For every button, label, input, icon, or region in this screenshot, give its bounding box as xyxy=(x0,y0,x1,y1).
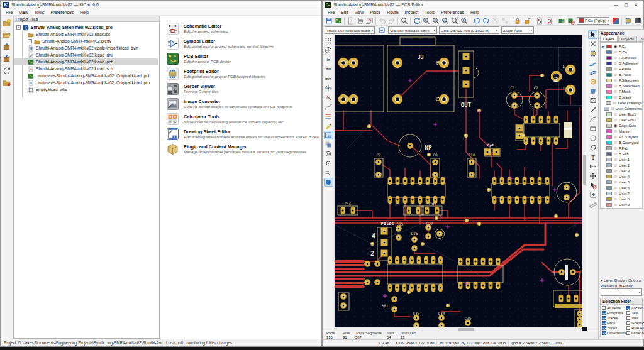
checkbox[interactable] xyxy=(602,331,606,335)
layer-row-b-adhesive[interactable]: ⊘B.Adhesive xyxy=(601,60,642,66)
layer-row-edge-cuts[interactable]: ◉Edge.Cuts xyxy=(601,123,642,128)
tree-item[interactable]: _autosave-Shruthi-Analog-SMR4-mkII-v02_O… xyxy=(14,72,158,79)
filter-other-items[interactable]: Other items xyxy=(626,331,644,335)
layer-row-user-6[interactable]: ⊘User.6 xyxy=(601,185,642,190)
layer-visibility-icon[interactable]: ⊘ xyxy=(613,146,618,150)
select-tool-icon[interactable] xyxy=(588,30,597,39)
checkbox[interactable] xyxy=(626,316,630,320)
layer-row-user-eco2[interactable]: ⊘User.Eco2 xyxy=(601,117,642,123)
layer-color-swatch[interactable] xyxy=(606,124,612,128)
checkbox[interactable] xyxy=(626,306,630,310)
menu-view[interactable]: View xyxy=(352,10,367,14)
tree-item[interactable]: +Shruthi-Analog-SMR4-mkII-v02.pretty xyxy=(14,38,158,45)
draw-circle-icon[interactable] xyxy=(588,134,597,143)
highlight-nets-icon[interactable] xyxy=(324,121,333,130)
checkbox[interactable] xyxy=(602,311,606,315)
layer-row-f-paste[interactable]: ⊘F.Paste xyxy=(601,66,642,72)
layer-row-f-courtyard[interactable]: ⊘F.Courtyard xyxy=(601,134,642,139)
unarchive-project-icon[interactable] xyxy=(2,53,12,63)
launch-footprint-editor[interactable]: Footprint EditorEdit global and/or proje… xyxy=(167,66,319,81)
zoom-selector[interactable]: Zoom Auto ▾ xyxy=(501,26,534,34)
layer-visibility-icon[interactable]: ⊘ xyxy=(613,192,618,195)
layer-row-f-cu[interactable]: ▶◉F.Cu xyxy=(601,43,642,49)
layer-row-b-paste[interactable]: ⊘B.Paste xyxy=(601,72,642,77)
inspect-drc-icon[interactable] xyxy=(544,16,553,25)
units-mm-icon[interactable]: mm xyxy=(324,74,333,83)
presets-selector[interactable]: ————— ▾ xyxy=(601,288,642,296)
track-width-selector[interactable]: Track: use netclass width ▾ xyxy=(325,26,375,34)
layer-color-swatch[interactable] xyxy=(606,96,612,99)
zoom-in-icon[interactable] xyxy=(421,16,431,25)
place-via-icon[interactable] xyxy=(588,77,597,86)
layer-color-swatch[interactable] xyxy=(606,180,612,184)
checkbox[interactable] xyxy=(626,321,630,325)
layer-row-user-1[interactable]: ⊘User.1 xyxy=(601,156,642,162)
layer-color-swatch[interactable] xyxy=(606,129,612,133)
layer-visibility-icon[interactable]: ⊘ xyxy=(613,96,618,99)
appearance-tab-objects[interactable]: Objects xyxy=(618,36,637,41)
open-project-icon[interactable] xyxy=(2,30,12,40)
layer-row-f-fab[interactable]: ⊘F.Fab xyxy=(601,145,642,151)
layer-color-swatch[interactable] xyxy=(606,118,612,122)
ungroup-icon[interactable] xyxy=(500,16,509,25)
units-inches-icon[interactable]: in xyxy=(324,55,333,64)
layer-row-b-cu[interactable]: ⊘B.Cu xyxy=(601,49,642,55)
menu-help[interactable]: Help xyxy=(77,10,92,14)
new-project-icon[interactable] xyxy=(2,18,12,28)
layer-color-swatch[interactable] xyxy=(606,146,612,150)
launch-image-converter[interactable]: Image ConverterConvert bitmap images to … xyxy=(167,96,319,111)
tree-item[interactable]: −KShruthi-Analog-SMR4-mkII-v02.kicad_pro xyxy=(14,24,158,31)
unlock-icon[interactable] xyxy=(522,16,531,25)
hide-ratsnest-icon[interactable] xyxy=(324,93,333,102)
launch-symbol-editor[interactable]: Symbol EditorEdit global and/or project … xyxy=(167,36,319,51)
filter-pads[interactable]: Pads xyxy=(602,321,626,325)
footprint-editor-launch-icon[interactable] xyxy=(623,16,633,25)
menu-route[interactable]: Route xyxy=(384,10,401,14)
layer-row-user-2[interactable]: ⊘User.2 xyxy=(601,162,642,168)
layer-color-swatch[interactable] xyxy=(606,62,612,65)
layer-color-swatch[interactable] xyxy=(606,56,612,60)
draw-line-icon[interactable] xyxy=(588,106,597,114)
grid-selector[interactable]: Grid: 2.5400 mm (0.1000 in) ▾ xyxy=(439,26,499,34)
layer-visibility-icon[interactable]: ⊘ xyxy=(613,62,618,65)
launch-calculator-tools[interactable]: Calculator ToolsShow tools for calculati… xyxy=(167,111,319,126)
project-files-tree[interactable]: −KShruthi-Analog-SMR4-mkII-v02.kicad_pro… xyxy=(13,22,160,339)
drawing-sheet-view-icon[interactable] xyxy=(324,131,333,139)
layer-row-user-7[interactable]: ⊘User.7 xyxy=(601,190,642,196)
layer-row-user-3[interactable]: ⊘User.3 xyxy=(601,168,642,173)
layer-color-swatch[interactable] xyxy=(606,158,612,161)
filter-footprints[interactable]: Footprints xyxy=(602,311,626,315)
local-ratsnest-icon[interactable] xyxy=(588,40,597,48)
layer-visibility-icon[interactable]: ◉ xyxy=(613,124,618,128)
menu-preferences[interactable]: Preferences xyxy=(47,10,77,14)
layer-row-user-4[interactable]: ⊘User.4 xyxy=(601,173,642,179)
filter-rule-areas[interactable]: Rule Areas xyxy=(626,326,644,330)
layer-row-f-silkscreen[interactable]: ⊘F.Silkscreen xyxy=(601,77,642,83)
via-size-selector[interactable]: Via: use netclass sizes ▾ xyxy=(388,26,437,34)
layer-visibility-icon[interactable]: ⊘ xyxy=(613,135,618,139)
layer-color-swatch[interactable] xyxy=(606,135,612,139)
layer-row-user-8[interactable]: ⊘User.8 xyxy=(601,196,642,202)
tree-item[interactable]: Shruthi-Analog-SMR4-mkII-v02.kicad_pcb xyxy=(14,58,158,65)
hide-layers-manager-icon[interactable] xyxy=(633,16,642,25)
menu-file[interactable]: File xyxy=(3,10,16,14)
minimize-button[interactable]: — xyxy=(611,1,621,9)
layer-color-swatch[interactable] xyxy=(606,45,612,48)
layer-visibility-icon[interactable]: ◉ xyxy=(613,45,618,48)
redo-icon[interactable] xyxy=(387,16,396,25)
filter-dimensions[interactable]: Dimensions xyxy=(602,331,626,335)
filter-zones[interactable]: Zones xyxy=(602,326,626,330)
tree-item[interactable]: Shruthi-Analog-SMR4-mkII-v02-backups xyxy=(14,31,158,38)
checkbox[interactable] xyxy=(626,331,630,335)
maximize-button[interactable]: ▢ xyxy=(621,1,631,9)
group-icon[interactable] xyxy=(491,16,500,25)
tree-item[interactable]: Shruthi-Analog-SMR4-mkII-v02.kicad_dru xyxy=(14,52,158,58)
cursor-full-crosshair-icon[interactable] xyxy=(324,84,333,92)
archive-project-icon[interactable] xyxy=(2,41,12,52)
layer-color-swatch[interactable] xyxy=(606,152,612,156)
filter-vias[interactable]: Vias xyxy=(626,316,644,320)
undo-icon[interactable] xyxy=(377,16,387,25)
filter-tracks[interactable]: Tracks xyxy=(602,316,626,320)
layer-color-swatch[interactable] xyxy=(606,73,612,77)
curved-ratsnest-icon[interactable] xyxy=(324,102,333,111)
